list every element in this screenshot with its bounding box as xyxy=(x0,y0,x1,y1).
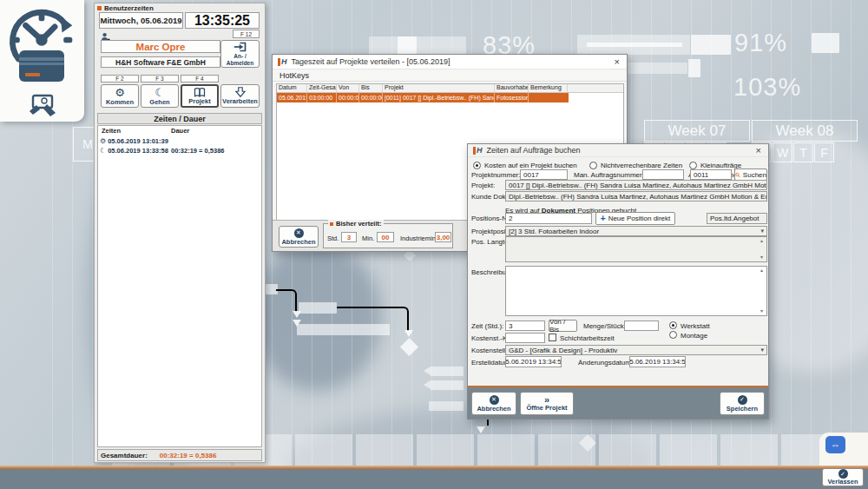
radio-werkstatt[interactable] xyxy=(669,321,677,329)
task-connector xyxy=(337,307,409,331)
man-auftrag-input[interactable] xyxy=(642,169,684,180)
dialog-footer: ✕ Abbrechen » Öffne Projekt ✓ Speichern xyxy=(468,386,768,419)
plus-icon: + xyxy=(601,214,606,223)
min-value[interactable]: 00 xyxy=(377,232,394,242)
logout-button[interactable]: An- / Abmelden xyxy=(220,40,260,68)
radio-werkstatt-label[interactable]: Werkstatt xyxy=(681,322,710,330)
cell-bauvorhaben: Fotosession Pe xyxy=(495,93,529,102)
gear-icon: ⚙ xyxy=(100,137,106,145)
pos-angebot-field: Pos.ltd.Angebot xyxy=(707,213,767,224)
scroll-up-icon[interactable]: ▴ xyxy=(758,238,766,244)
scroll-down-icon[interactable]: ▾ xyxy=(758,308,766,314)
check-circle-icon: ✓ xyxy=(738,395,747,405)
projekt-label: Projekt: xyxy=(471,182,495,189)
current-date: Mittwoch, 05.06.2019 xyxy=(99,12,183,29)
table-row-selected[interactable]: 05.06.2019 03:00:00 00:00:00 00:00:00 [0… xyxy=(277,93,569,102)
orange-bullet-icon xyxy=(97,6,102,10)
dialog-titlebar[interactable]: H Zeiten auf Aufträge buchen × xyxy=(468,144,768,157)
col-bauvorhaben[interactable]: Bauvorhaben xyxy=(495,84,529,92)
task-bar xyxy=(429,401,464,411)
zeit-label: Zeit (Std.): xyxy=(471,322,503,330)
time-list-item[interactable]: ⚙ 05.06.2019 13:01:39 xyxy=(100,137,168,145)
remote-tool-icon[interactable]: ⇔ xyxy=(825,436,845,453)
std-label: Std. xyxy=(327,235,339,242)
verarbeiten-label: Verarbeiten xyxy=(222,98,258,105)
cell-von: 00:00:00 xyxy=(337,93,359,102)
cancel-button[interactable]: ✕ Abbrechen xyxy=(279,226,319,248)
scroll-down-icon[interactable]: ▾ xyxy=(758,254,766,261)
speichern-button[interactable]: ✓ Speichern xyxy=(720,392,765,415)
f2-key-label: F 2 xyxy=(101,75,139,83)
auftrag-input[interactable]: 0011 xyxy=(690,169,732,180)
menu-hotkeys[interactable]: HotKeys xyxy=(279,71,309,80)
schicht-checkbox[interactable] xyxy=(549,334,556,341)
time-entry: 05.06.2019 13:01:39 xyxy=(108,137,168,145)
time-list-item[interactable]: ☾ 05.06.2019 13:33:58 00:32:19 = 0,5386 xyxy=(100,147,168,155)
new-position-label: Neue Position direkt xyxy=(608,215,671,222)
projektposition-select[interactable]: [2] 3 Std. Fotoarbeiten Indoor ▾ xyxy=(505,226,767,236)
col-von[interactable]: Von xyxy=(337,84,359,92)
gantt-day-f: F xyxy=(814,142,834,162)
user-times-panel: Benutzerzeiten Mittwoch, 05.06.2019 13:3… xyxy=(94,3,266,463)
kunde-dok-field: Dipl.-Betriebsw.. (FH) Sandra Luisa Mart… xyxy=(505,191,767,202)
kostenst-kurz-input[interactable] xyxy=(505,333,545,343)
industriemin-value[interactable]: 3,00 xyxy=(435,232,451,242)
cell-bis: 00:00:00 xyxy=(359,93,383,102)
col-bis[interactable]: Bis xyxy=(359,84,383,92)
col-zeit-gesamt[interactable]: Zeit-Gesamt xyxy=(307,84,337,92)
menu-bar: HotKeys xyxy=(273,69,627,82)
task-bar xyxy=(299,302,337,314)
moon-icon: ☾ xyxy=(100,147,106,155)
projektnummer-input[interactable]: 0017 xyxy=(520,169,568,180)
duration-value: 00:32:19 = 0,5386 xyxy=(171,147,225,155)
radio-project-label[interactable]: Kosten auf ein Projekt buchen xyxy=(484,162,577,169)
suchen-button[interactable]: Suchen xyxy=(734,169,767,181)
new-position-button[interactable]: + Neue Position direkt xyxy=(595,212,675,225)
radio-nonbillable-label[interactable]: Nichtverrechenbare Zeiten xyxy=(601,162,682,169)
von-bis-button[interactable]: Von / Bis xyxy=(549,320,577,332)
close-icon[interactable]: × xyxy=(613,56,621,67)
schicht-label[interactable]: Schichtarbeitszeit xyxy=(560,334,615,342)
times-list[interactable]: Zeiten Dauer ⚙ 05.06.2019 13:01:39 ☾ 05.… xyxy=(97,125,262,447)
radio-project-booking[interactable] xyxy=(473,162,481,169)
download-arrow-icon xyxy=(235,87,246,97)
kommen-button[interactable]: ⚙ Kommen xyxy=(101,84,139,108)
zeit-input[interactable]: 3 xyxy=(505,320,545,331)
total-value: 00:32:19 = 0,5386 xyxy=(160,452,217,459)
abbrechen-button[interactable]: ✕ Abbrechen xyxy=(471,392,516,415)
radio-nonbillable[interactable] xyxy=(589,162,597,169)
f3-key-label: F 3 xyxy=(141,75,179,83)
menge-input[interactable] xyxy=(624,320,659,331)
radio-small-orders[interactable] xyxy=(689,162,697,169)
scroll-up-icon[interactable]: ▴ xyxy=(758,268,766,274)
cancel-circle-icon: ✕ xyxy=(294,228,304,238)
projektposition-value: [2] 3 Std. Fotoarbeiten Indoor xyxy=(509,228,599,235)
col-datum[interactable]: Datum xyxy=(277,84,307,92)
col-projekt[interactable]: Projekt xyxy=(383,84,495,92)
distributed-summary: Bisher verteilt: Std. 3 Min. 00 Industri… xyxy=(323,223,453,248)
position-nr-input[interactable]: 2 xyxy=(505,213,592,224)
verlassen-button[interactable]: ✓ Verlassen xyxy=(822,468,864,486)
pos-langtext-textarea[interactable]: ▴ ▾ xyxy=(505,236,767,262)
beschreibung-textarea[interactable]: ▴ ▾ xyxy=(505,266,767,316)
kostenstelle-select[interactable]: G&D - [Grafik & Design] - Produktiv ▾ xyxy=(505,345,767,355)
gehen-button[interactable]: ☾ Gehen xyxy=(141,84,179,108)
panel-header: Benutzerzeiten xyxy=(97,4,154,12)
cell-bemerkung xyxy=(529,93,568,102)
radio-montage-label[interactable]: Montage xyxy=(681,332,707,340)
close-icon[interactable]: × xyxy=(754,145,763,155)
current-clock: 13:35:25 xyxy=(185,12,260,29)
industriemin-label: Industriemin. xyxy=(400,235,437,242)
window-titlebar[interactable]: H Tageszeit auf Projekte verteilen - [05… xyxy=(273,55,627,69)
std-value[interactable]: 3 xyxy=(341,232,357,242)
col-bemerkung[interactable]: Bemerkung xyxy=(529,84,568,92)
verarbeiten-button[interactable]: Verarbeiten xyxy=(220,84,260,108)
dialog-title: Zeiten auf Aufträge buchen xyxy=(487,146,750,155)
progress-bar-2-line xyxy=(587,43,682,47)
projekt-button[interactable]: Projekt xyxy=(181,84,219,108)
cell-projekt: [0011] 0017 [] Dipl.-Betriebsw.. (FH) Sa… xyxy=(383,93,495,102)
logout-icon xyxy=(233,42,247,52)
radio-montage[interactable] xyxy=(669,331,677,339)
aenderungsdatum-label: Änderungsdatum: xyxy=(578,359,633,367)
oeffne-projekt-button[interactable]: » Öffne Projekt xyxy=(520,392,574,415)
